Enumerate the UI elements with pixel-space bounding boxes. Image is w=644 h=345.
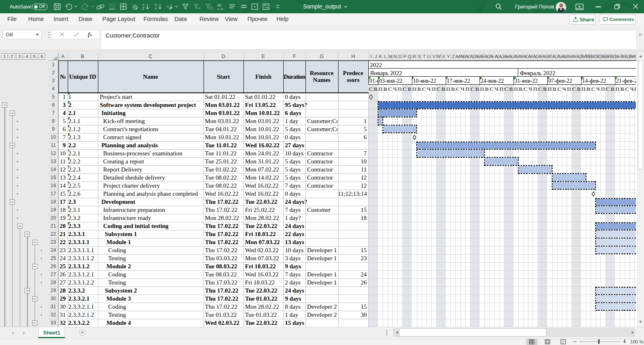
svg-text:A: A	[166, 4, 169, 8]
svg-text:Z: Z	[142, 6, 144, 10]
svg-text:A: A	[155, 6, 157, 10]
svg-text:c: c	[217, 7, 219, 11]
